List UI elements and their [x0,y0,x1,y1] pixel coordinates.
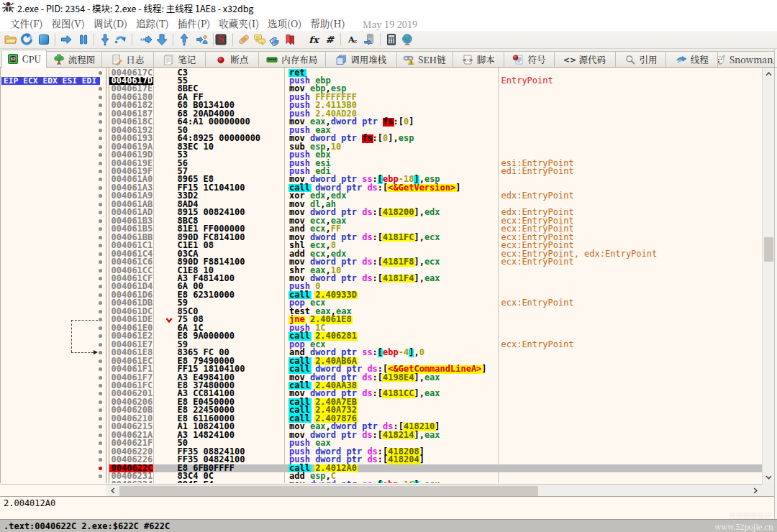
menu-item-7[interactable]: 帮助(H) [306,16,349,30]
row-bullet[interactable] [99,351,102,354]
toolbar-button-attach[interactable] [362,32,378,47]
row-bullet[interactable] [99,145,102,149]
toolbar-button-pause[interactable] [76,32,91,47]
tab-Snowman反编译[interactable]: Snowman反编译 [718,51,777,68]
row-bullet[interactable] [99,450,102,454]
row-bullet[interactable] [99,326,102,330]
row-bullet[interactable] [99,137,102,140]
row-bullet[interactable] [99,129,102,132]
toolbar-button-run[interactable] [58,32,74,47]
disasm-row[interactable]: 004062348945 E4mov dword ptr ss:[ebp-1C]… [1,481,762,483]
row-bullet[interactable] [99,194,102,198]
toolbar-button-function[interactable]: fx [306,32,322,47]
toolbar-button-restart[interactable] [19,32,35,47]
row-bullet[interactable] [99,417,102,421]
tab-笔记[interactable]: 笔记 [154,51,206,68]
row-bullet[interactable] [99,301,102,305]
row-bullet[interactable] [99,474,102,478]
row-bullet[interactable] [99,186,102,190]
row-bullet[interactable] [99,293,102,297]
tab-线程[interactable]: 线程 [666,51,718,68]
scroll-up-icon[interactable] [765,72,772,76]
row-bullet[interactable] [99,153,102,157]
tab-引用[interactable]: 引用 [616,51,667,68]
row-bullet[interactable] [99,71,102,75]
tab-断点[interactable]: 断点 [206,51,259,68]
row-bullet[interactable] [99,434,102,437]
row-bullet[interactable] [99,376,102,380]
toolbar-button-scylla[interactable]: S [213,32,229,47]
vertical-scroll-thumb[interactable] [764,237,773,262]
toolbar-button-label[interactable] [266,32,282,47]
row-bullet[interactable] [99,408,102,412]
menu-item-1[interactable]: 视图(V) [47,16,88,30]
row-bullet[interactable] [99,244,102,247]
row-bullet[interactable] [99,120,102,124]
tab-SEH链[interactable]: SEH链 [397,51,453,68]
tab-CPU[interactable]: 32CPU [1,50,47,68]
row-bullet[interactable] [99,458,102,462]
row-bullet[interactable] [99,343,102,347]
row-bullet[interactable] [99,367,102,371]
row-bullet[interactable] [99,400,102,404]
row-bullet[interactable] [99,318,102,321]
toolbar-button-execute-till-return[interactable] [138,32,154,47]
row-bullet[interactable] [99,359,102,363]
tab-流程图[interactable]: 流程图 [47,51,102,68]
toolbar-button-shortcut-hash[interactable]: # [322,32,337,47]
tab-符号[interactable]: 符号 [504,51,555,68]
breakpoint-bullet[interactable] [99,467,102,470]
disassembly-view[interactable]: 0040617CC3retEIP ECX EDX ESI EDI0040617D… [0,68,762,483]
horizontal-scrollbar[interactable] [106,484,762,496]
row-bullet[interactable] [99,392,102,395]
row-bullet[interactable] [99,203,102,206]
row-bullet[interactable] [99,260,102,264]
row-bullet[interactable] [99,441,102,445]
row-bullet[interactable] [99,269,102,272]
row-bullet[interactable] [99,277,102,280]
toolbar-button-bookmark[interactable] [282,32,298,47]
row-bullet[interactable] [99,384,102,387]
tab-调用堆栈[interactable]: 调用堆栈 [326,51,397,68]
toolbar-button-patch[interactable] [236,32,252,47]
row-bullet[interactable] [99,96,102,99]
menu-item-3[interactable]: 追踪(T) [132,16,173,30]
toolbar-button-terminate[interactable] [36,32,52,47]
toolbar-button-run-until-user[interactable] [194,32,210,47]
scroll-left-icon[interactable] [111,487,115,494]
row-bullet[interactable] [99,285,102,288]
scroll-down-icon[interactable] [765,475,772,480]
tab-源代码[interactable]: <>源代码 [555,51,616,68]
row-bullet[interactable] [99,425,102,428]
row-bullet[interactable] [99,310,102,313]
toolbar-button-step-out[interactable] [176,32,192,47]
row-bullet[interactable] [99,236,102,239]
row-bullet[interactable] [99,87,102,91]
menu-item-6[interactable]: 选项(O) [263,16,306,30]
row-bullet[interactable] [99,178,102,181]
toolbar-button-run-to-user-code[interactable] [154,32,170,47]
row-bullet[interactable] [99,252,102,256]
tab-脚本[interactable]: <·>脚本 [453,51,505,68]
row-bullet[interactable] [99,104,102,107]
menu-item-0[interactable]: 文件(F) [6,16,47,30]
toolbar-button-open[interactable] [2,32,18,47]
row-bullet[interactable] [99,162,102,165]
row-bullet[interactable] [99,334,102,338]
horizontal-scroll-thumb[interactable] [119,486,538,496]
toolbar-button-comment[interactable] [252,32,268,47]
command-line[interactable] [0,509,774,519]
vertical-scrollbar[interactable] [762,68,774,484]
row-bullet[interactable] [99,227,102,231]
toolbar-button-step-over[interactable] [112,32,128,47]
tab-内存布局[interactable]: 内存布局 [259,51,327,68]
toolbar-button-step-into[interactable] [97,32,113,47]
menu-item-4[interactable]: 插件(P) [173,16,214,30]
menu-item-5[interactable]: 收藏夹(I) [214,16,263,30]
row-bullet[interactable] [99,219,102,223]
toolbar-button-internet[interactable] [399,32,415,47]
row-bullet[interactable] [99,112,102,116]
row-bullet[interactable] [99,211,102,214]
toolbar-button-text-az[interactable]: Az [345,32,360,47]
toolbar-button-calculator[interactable] [383,32,399,47]
